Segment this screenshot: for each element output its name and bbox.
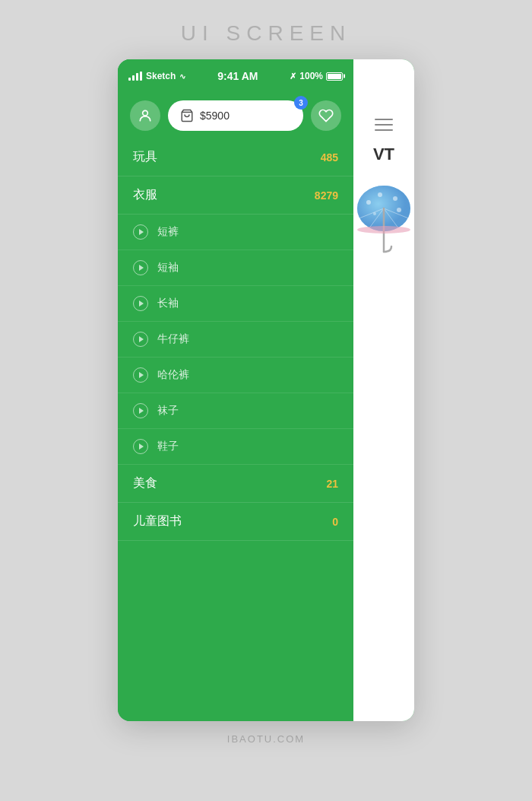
svg-point-13 [397, 208, 401, 212]
category-food[interactable]: 美食 21 [118, 465, 353, 503]
chevron-circle-icon [133, 224, 148, 240]
menu-item-socks[interactable]: 袜子 [118, 393, 353, 429]
cart-badge: 3 [294, 96, 308, 110]
menu-item-socks-label: 袜子 [157, 404, 179, 418]
time-label: 9:41 AM [217, 70, 258, 82]
chevron-circle-icon [133, 367, 148, 383]
bottom-label: IBAOTU.COM [227, 733, 305, 745]
chevron-right-icon [139, 265, 144, 271]
svg-point-14 [373, 212, 376, 215]
category-clothes-count: 8279 [315, 189, 338, 202]
menu-item-tshirt-label: 短袖 [157, 261, 179, 275]
menu-item-longsleeve[interactable]: 长袖 [118, 286, 353, 322]
chevron-circle-icon [133, 260, 148, 275]
battery-icon [326, 72, 343, 81]
category-clothes[interactable]: 衣服 8279 [118, 176, 353, 215]
chevron-circle-icon [133, 332, 148, 347]
menu-item-shorts-label: 短裤 [157, 225, 179, 239]
battery-percent-label: 100% [299, 71, 323, 81]
wifi-icon: ∿ [179, 72, 185, 81]
product-vt-label: VT [373, 145, 394, 164]
status-left: Sketch ∿ [128, 71, 185, 81]
menu-item-shorts[interactable]: 短裤 [118, 215, 353, 250]
menu-item-tshirt[interactable]: 短袖 [118, 250, 353, 286]
cart-price: $5900 [200, 110, 230, 122]
menu-item-jeans-label: 牛仔裤 [157, 332, 189, 346]
chevron-right-icon [139, 229, 144, 235]
menu-item-harem[interactable]: 哈伦裤 [118, 358, 353, 393]
umbrella-svg [353, 180, 414, 256]
menu-item-jeans[interactable]: 牛仔裤 [118, 322, 353, 358]
chevron-right-icon [139, 336, 144, 342]
chevron-right-icon [139, 408, 144, 414]
status-bar: Sketch ∿ 9:41 AM ✗ 100% [118, 59, 353, 93]
svg-point-12 [393, 196, 397, 201]
svg-point-11 [378, 192, 382, 197]
favorites-button[interactable] [311, 100, 341, 131]
chevron-right-icon [139, 300, 144, 307]
battery-fill [328, 74, 341, 79]
category-toys-label: 玩具 [133, 149, 157, 165]
signal-icon [128, 72, 142, 81]
menu-item-longsleeve-label: 长袖 [157, 297, 179, 310]
hamburger-line-3 [375, 129, 393, 131]
chevron-circle-icon [133, 296, 148, 311]
category-books[interactable]: 儿童图书 0 [118, 503, 353, 541]
phone-frame: Sketch ∿ 9:41 AM ✗ 100% [118, 59, 414, 721]
chevron-right-icon [139, 372, 144, 378]
category-books-count: 0 [332, 516, 338, 528]
svg-point-0 [143, 110, 148, 116]
chevron-right-icon [139, 443, 144, 450]
chevron-circle-icon [133, 403, 148, 418]
svg-point-15 [357, 226, 410, 234]
page-title: UI SCREEN [181, 21, 351, 46]
cart-icon [180, 109, 194, 122]
right-panel: VT [353, 59, 414, 721]
menu-item-shoes[interactable]: 鞋子 [118, 429, 353, 465]
menu-list: 玩具 485 衣服 8279 短裤 短袖 [118, 138, 353, 721]
left-panel: Sketch ∿ 9:41 AM ✗ 100% [118, 59, 353, 721]
hamburger-wrapper [353, 105, 414, 138]
category-toys-count: 485 [321, 151, 338, 164]
category-food-count: 21 [326, 478, 338, 490]
menu-item-harem-label: 哈伦裤 [157, 368, 189, 382]
cart-button[interactable]: $5900 [168, 100, 303, 131]
chevron-circle-icon [133, 439, 148, 454]
product-image [353, 180, 414, 256]
category-food-label: 美食 [133, 475, 157, 491]
status-right: ✗ 100% [290, 71, 343, 81]
category-books-label: 儿童图书 [133, 513, 182, 529]
user-icon [138, 108, 153, 123]
hamburger-line-1 [375, 119, 393, 120]
avatar-button[interactable] [130, 100, 160, 131]
svg-point-10 [366, 200, 371, 205]
app-name-label: Sketch [146, 71, 176, 81]
menu-item-shoes-label: 鞋子 [157, 440, 179, 453]
category-toys[interactable]: 玩具 485 [118, 138, 353, 176]
bluetooth-icon: ✗ [290, 72, 296, 81]
hamburger-button[interactable] [375, 119, 393, 131]
cart-wrapper: $5900 3 [168, 100, 303, 131]
heart-icon [318, 108, 334, 123]
category-clothes-label: 衣服 [133, 187, 157, 203]
header: $5900 3 [118, 93, 353, 138]
hamburger-line-2 [375, 124, 393, 126]
